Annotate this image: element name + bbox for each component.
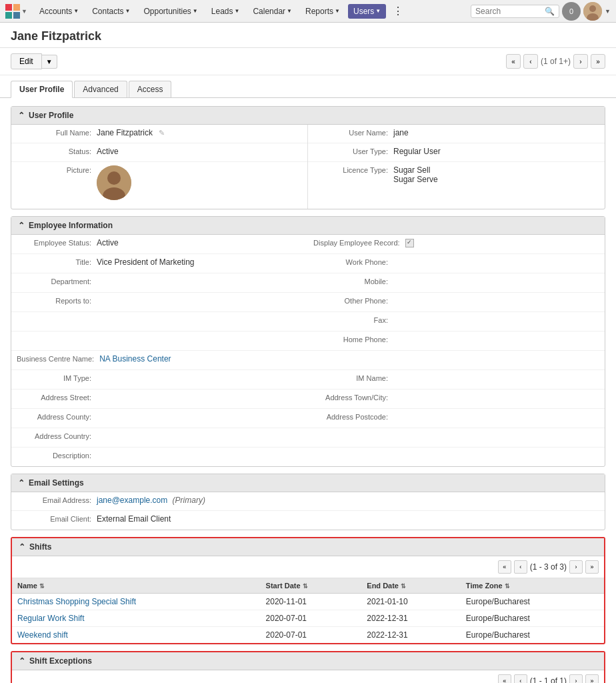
user-picture	[97, 165, 131, 200]
licence-row: Licence Type: Sugar SellSugar Serve	[308, 162, 605, 209]
shifts-prev-btn[interactable]: ‹	[514, 560, 527, 574]
nav-reports[interactable]: Reports ▼	[300, 4, 345, 19]
emp-row-12: Description:	[11, 448, 605, 466]
exceptions-first-btn[interactable]: «	[498, 674, 511, 683]
emp-row-1: Employee Status: Active Display Employee…	[11, 235, 605, 254]
app-logo[interactable]: ▼	[5, 4, 27, 19]
employee-body: Employee Status: Active Display Employee…	[11, 235, 605, 466]
edit-button-group: Edit ▼	[11, 53, 57, 69]
search-input[interactable]	[475, 7, 542, 16]
collapse-icon[interactable]: ⌃	[19, 656, 25, 666]
user-profile-header: ⌃ User Profile	[11, 107, 605, 125]
shifts-table: Name ⇅ Start Date ⇅ End Date ⇅ Time	[12, 578, 604, 643]
sort-icon[interactable]: ⇅	[401, 583, 406, 590]
top-navigation: ▼ Accounts ▼ Contacts ▼ Opportunities ▼ …	[0, 0, 616, 23]
email-address-link[interactable]: jane@example.com	[97, 496, 167, 505]
user-type-row: User Type: Regular User	[308, 143, 605, 162]
shifts-col-start-date: Start Date ⇅	[261, 578, 362, 594]
notification-badge[interactable]: 0	[562, 2, 581, 21]
nav-leads[interactable]: Leads ▼	[206, 4, 245, 19]
exceptions-last-btn[interactable]: »	[585, 674, 599, 683]
exceptions-next-btn[interactable]: ›	[569, 674, 583, 683]
email-body: Email Address: jane@example.com (Primary…	[11, 492, 605, 530]
emp-row-8: IM Type: IM Name:	[11, 370, 605, 390]
emp-row-10: Address County: Address Postcode:	[11, 409, 605, 428]
nav-more-button[interactable]: ⋮	[389, 2, 407, 20]
shift-exceptions-panel: ⌃ Shift Exceptions « ‹ (1 - 1 of 1) › » …	[11, 651, 605, 683]
tab-user-profile[interactable]: User Profile	[11, 81, 73, 98]
emp-row-7: Business Centre Name: NA Business Center	[11, 351, 605, 370]
employee-status-field: Employee Status: Active	[11, 235, 308, 253]
shift-exceptions-body: « ‹ (1 - 1 of 1) › » Name ⇅ Type ⇅	[12, 670, 604, 683]
svg-point-5	[589, 5, 596, 12]
edit-dropdown-button[interactable]: ▼	[42, 55, 57, 69]
fax-field: Fax:	[308, 312, 605, 331]
shifts-col-timezone: Time Zone ⇅	[461, 578, 604, 594]
shift-name-link[interactable]: Weekend shift	[17, 630, 68, 640]
tab-advanced[interactable]: Advanced	[74, 81, 127, 97]
page-content: Jane Fitzpatrick Edit ▼ « ‹ (1 of 1+) › …	[0, 23, 616, 683]
shifts-next-btn[interactable]: ›	[569, 560, 583, 574]
chevron-down-icon: ▼	[375, 8, 381, 14]
collapse-icon[interactable]: ⌃	[19, 542, 25, 552]
pagination-last-button[interactable]: »	[591, 54, 605, 69]
avatar-dropdown-icon[interactable]: ▼	[605, 8, 611, 15]
shift-name-link[interactable]: Regular Work Shift	[17, 614, 84, 623]
collapse-icon[interactable]: ⌃	[18, 478, 25, 488]
edit-name-icon[interactable]: ✎	[159, 129, 165, 137]
edit-button[interactable]: Edit	[11, 53, 42, 69]
svg-rect-0	[5, 4, 12, 11]
emp-row-3: Department: Mobile:	[11, 273, 605, 293]
reports-to-field: Reports to:	[11, 293, 308, 311]
shifts-col-name: Name ⇅	[12, 578, 261, 594]
address-town-field: Address Town/City:	[308, 390, 605, 408]
nav-opportunities[interactable]: Opportunities ▼	[138, 4, 203, 19]
title-field: Title: Vice President of Marketing	[11, 254, 308, 273]
pagination-next-button[interactable]: ›	[573, 54, 588, 69]
search-icon[interactable]: 🔍	[545, 7, 555, 16]
collapse-icon[interactable]: ⌃	[18, 221, 25, 230]
emp-row-9: Address Street: Address Town/City:	[11, 390, 605, 409]
sort-icon[interactable]: ⇅	[39, 583, 45, 590]
picture-row: Picture:	[11, 162, 307, 209]
department-field: Department:	[11, 273, 308, 292]
shift-name-link[interactable]: Christmas Shopping Special Shift	[17, 597, 136, 606]
emp-row-2: Title: Vice President of Marketing Work …	[11, 254, 605, 273]
shifts-first-btn[interactable]: «	[498, 560, 511, 574]
address-county-field: Address County:	[11, 409, 308, 428]
nav-users[interactable]: Users ▼	[348, 4, 386, 19]
user-avatar[interactable]	[583, 2, 602, 21]
exceptions-prev-btn[interactable]: ‹	[514, 674, 527, 683]
svg-rect-1	[13, 4, 20, 11]
username-row: User Name: jane	[308, 125, 605, 143]
business-centre-link[interactable]: NA Business Center	[99, 354, 171, 364]
sort-icon[interactable]: ⇅	[505, 583, 510, 590]
shifts-pagination: « ‹ (1 - 3 of 3) › »	[12, 556, 604, 578]
employee-panel: ⌃ Employee Information Employee Status: …	[11, 216, 605, 467]
collapse-icon[interactable]: ⌃	[18, 111, 25, 120]
display-employee-checkbox[interactable]	[405, 239, 414, 247]
home-phone-field: Home Phone:	[308, 331, 605, 350]
pagination-prev-button[interactable]: ‹	[523, 54, 538, 69]
pagination-first-button[interactable]: «	[506, 54, 521, 69]
emp-row-5: Fax:	[11, 312, 605, 331]
im-type-field: IM Type:	[11, 370, 308, 389]
shifts-table-header: Name ⇅ Start Date ⇅ End Date ⇅ Time	[12, 578, 604, 594]
emp-row-4: Reports to: Other Phone:	[11, 293, 605, 312]
nav-calendar[interactable]: Calendar ▼	[247, 4, 297, 19]
emp-row-6: Home Phone:	[11, 331, 605, 351]
shifts-header: ⌃ Shifts	[12, 538, 604, 556]
email-client-row: Email Client: External Email Client	[11, 511, 605, 530]
sort-icon[interactable]: ⇅	[303, 583, 308, 590]
tab-access[interactable]: Access	[129, 81, 172, 97]
shifts-col-end-date: End Date ⇅	[361, 578, 461, 594]
table-row: Weekend shift 2020-07-01 2022-12-31 Euro…	[12, 627, 604, 644]
nav-contacts[interactable]: Contacts ▼	[87, 4, 135, 19]
svg-rect-2	[5, 12, 12, 19]
nav-accounts[interactable]: Accounts ▼	[34, 4, 84, 19]
employee-header: ⌃ Employee Information	[11, 217, 605, 235]
shifts-last-btn[interactable]: »	[585, 560, 599, 574]
toolbar: Edit ▼ « ‹ (1 of 1+) › »	[0, 48, 616, 75]
user-profile-body: Full Name: Jane Fitzpatrick ✎ Status: Ac…	[11, 125, 605, 209]
user-header: Jane Fitzpatrick	[0, 23, 616, 48]
